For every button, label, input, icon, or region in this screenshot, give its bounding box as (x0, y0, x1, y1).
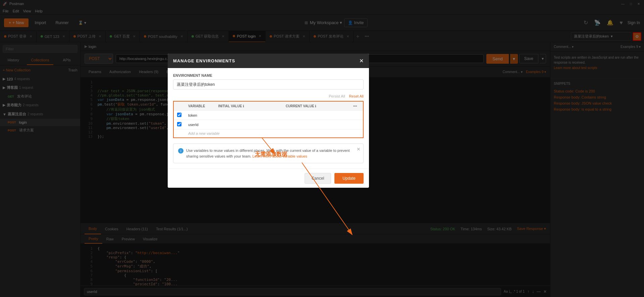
cancel-button[interactable]: Cancel (305, 173, 331, 184)
modal-header: MANAGE ENVIRONMENTS ✕ (168, 54, 369, 68)
variable-name-token: token (185, 111, 215, 120)
table-row: userId (173, 120, 363, 129)
env-name-input[interactable] (173, 79, 364, 90)
col-variable: VARIABLE (185, 101, 215, 111)
row-actions-token (350, 111, 363, 120)
update-button[interactable]: Update (334, 173, 364, 184)
var-actions-row: Persist All Reset All (173, 94, 364, 98)
variable-name-userid: userId (185, 120, 215, 129)
initial-value-token[interactable] (215, 111, 282, 120)
persist-all-button[interactable]: Persist All (329, 94, 345, 98)
modal-title: MANAGE ENVIRONMENTS (173, 58, 235, 63)
learn-variables-link[interactable]: Learn more about variable values (253, 154, 307, 158)
info-text: Use variables to reuse values in differe… (186, 148, 359, 159)
modal-footer: Cancel Update (168, 169, 369, 188)
table-row: token (173, 111, 363, 120)
env-name-label: Environment Name (173, 73, 364, 77)
col-actions: ••• (350, 101, 363, 111)
variable-checkbox-token[interactable] (177, 113, 181, 117)
col-checkbox (173, 101, 185, 111)
row-actions-userid (350, 120, 363, 129)
add-variable-row[interactable]: Add a new variable (173, 129, 363, 138)
col-current: CURRENT VALUE ℹ (282, 101, 350, 111)
modal-overlay[interactable]: MANAGE ENVIRONMENTS ✕ Environment Name P… (0, 0, 644, 297)
modal-body: Environment Name Persist All Reset All V… (168, 68, 369, 169)
current-value-userid[interactable] (282, 120, 350, 129)
current-value-token[interactable] (282, 111, 350, 120)
reset-all-button[interactable]: Reset All (349, 94, 364, 98)
variable-checkbox-userid[interactable] (177, 122, 181, 126)
info-icon: i (178, 148, 183, 154)
col-initial: INITIAL VALUE ℹ (215, 101, 282, 111)
manage-environments-modal: MANAGE ENVIRONMENTS ✕ Environment Name P… (168, 54, 369, 188)
info-tooltip: i Use variables to reuse values in diffe… (173, 143, 364, 163)
modal-close-button[interactable]: ✕ (359, 58, 364, 64)
variables-table: VARIABLE INITIAL VALUE ℹ CURRENT VALUE ℹ… (173, 101, 364, 138)
info-close-button[interactable]: ✕ (357, 146, 361, 152)
initial-value-userid[interactable] (215, 120, 282, 129)
